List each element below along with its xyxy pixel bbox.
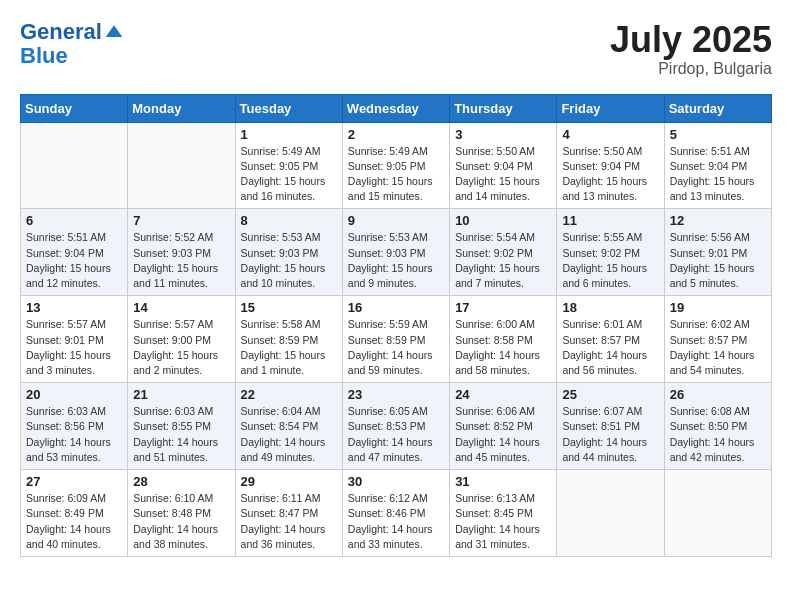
table-row: 10Sunrise: 5:54 AMSunset: 9:02 PMDayligh…	[450, 209, 557, 296]
table-row: 12Sunrise: 5:56 AMSunset: 9:01 PMDayligh…	[664, 209, 771, 296]
col-tuesday: Tuesday	[235, 94, 342, 122]
logo-text-blue: Blue	[20, 44, 124, 68]
logo-icon	[104, 22, 124, 42]
table-row: 22Sunrise: 6:04 AMSunset: 8:54 PMDayligh…	[235, 383, 342, 470]
table-row: 31Sunrise: 6:13 AMSunset: 8:45 PMDayligh…	[450, 470, 557, 557]
table-row	[664, 470, 771, 557]
day-number: 11	[562, 213, 658, 228]
table-row: 17Sunrise: 6:00 AMSunset: 8:58 PMDayligh…	[450, 296, 557, 383]
day-number: 26	[670, 387, 766, 402]
table-row	[21, 122, 128, 209]
day-info: Sunrise: 5:51 AMSunset: 9:04 PMDaylight:…	[26, 230, 122, 291]
day-info: Sunrise: 5:55 AMSunset: 9:02 PMDaylight:…	[562, 230, 658, 291]
title-block: July 2025 Pirdop, Bulgaria	[610, 20, 772, 78]
day-info: Sunrise: 6:01 AMSunset: 8:57 PMDaylight:…	[562, 317, 658, 378]
day-number: 8	[241, 213, 337, 228]
day-info: Sunrise: 5:50 AMSunset: 9:04 PMDaylight:…	[455, 144, 551, 205]
day-number: 30	[348, 474, 444, 489]
day-info: Sunrise: 6:03 AMSunset: 8:56 PMDaylight:…	[26, 404, 122, 465]
day-info: Sunrise: 5:57 AMSunset: 9:01 PMDaylight:…	[26, 317, 122, 378]
day-info: Sunrise: 5:53 AMSunset: 9:03 PMDaylight:…	[348, 230, 444, 291]
day-number: 18	[562, 300, 658, 315]
table-row: 28Sunrise: 6:10 AMSunset: 8:48 PMDayligh…	[128, 470, 235, 557]
day-info: Sunrise: 6:13 AMSunset: 8:45 PMDaylight:…	[455, 491, 551, 552]
col-thursday: Thursday	[450, 94, 557, 122]
col-sunday: Sunday	[21, 94, 128, 122]
day-number: 7	[133, 213, 229, 228]
table-row: 5Sunrise: 5:51 AMSunset: 9:04 PMDaylight…	[664, 122, 771, 209]
day-number: 17	[455, 300, 551, 315]
day-info: Sunrise: 6:09 AMSunset: 8:49 PMDaylight:…	[26, 491, 122, 552]
day-number: 16	[348, 300, 444, 315]
day-info: Sunrise: 6:03 AMSunset: 8:55 PMDaylight:…	[133, 404, 229, 465]
day-info: Sunrise: 6:11 AMSunset: 8:47 PMDaylight:…	[241, 491, 337, 552]
day-number: 12	[670, 213, 766, 228]
logo: General Blue	[20, 20, 124, 68]
day-info: Sunrise: 5:50 AMSunset: 9:04 PMDaylight:…	[562, 144, 658, 205]
day-info: Sunrise: 5:52 AMSunset: 9:03 PMDaylight:…	[133, 230, 229, 291]
day-info: Sunrise: 5:49 AMSunset: 9:05 PMDaylight:…	[348, 144, 444, 205]
day-info: Sunrise: 5:51 AMSunset: 9:04 PMDaylight:…	[670, 144, 766, 205]
table-row: 29Sunrise: 6:11 AMSunset: 8:47 PMDayligh…	[235, 470, 342, 557]
day-number: 4	[562, 127, 658, 142]
table-row: 25Sunrise: 6:07 AMSunset: 8:51 PMDayligh…	[557, 383, 664, 470]
table-row: 26Sunrise: 6:08 AMSunset: 8:50 PMDayligh…	[664, 383, 771, 470]
calendar-week-row: 20Sunrise: 6:03 AMSunset: 8:56 PMDayligh…	[21, 383, 772, 470]
day-info: Sunrise: 6:12 AMSunset: 8:46 PMDaylight:…	[348, 491, 444, 552]
day-number: 2	[348, 127, 444, 142]
day-info: Sunrise: 6:07 AMSunset: 8:51 PMDaylight:…	[562, 404, 658, 465]
day-info: Sunrise: 5:53 AMSunset: 9:03 PMDaylight:…	[241, 230, 337, 291]
day-info: Sunrise: 5:49 AMSunset: 9:05 PMDaylight:…	[241, 144, 337, 205]
day-info: Sunrise: 5:57 AMSunset: 9:00 PMDaylight:…	[133, 317, 229, 378]
calendar-week-row: 6Sunrise: 5:51 AMSunset: 9:04 PMDaylight…	[21, 209, 772, 296]
day-number: 27	[26, 474, 122, 489]
day-info: Sunrise: 6:05 AMSunset: 8:53 PMDaylight:…	[348, 404, 444, 465]
day-number: 20	[26, 387, 122, 402]
location: Pirdop, Bulgaria	[610, 60, 772, 78]
table-row: 30Sunrise: 6:12 AMSunset: 8:46 PMDayligh…	[342, 470, 449, 557]
table-row: 6Sunrise: 5:51 AMSunset: 9:04 PMDaylight…	[21, 209, 128, 296]
day-number: 15	[241, 300, 337, 315]
calendar-week-row: 13Sunrise: 5:57 AMSunset: 9:01 PMDayligh…	[21, 296, 772, 383]
table-row: 2Sunrise: 5:49 AMSunset: 9:05 PMDaylight…	[342, 122, 449, 209]
day-info: Sunrise: 6:08 AMSunset: 8:50 PMDaylight:…	[670, 404, 766, 465]
day-number: 13	[26, 300, 122, 315]
table-row: 14Sunrise: 5:57 AMSunset: 9:00 PMDayligh…	[128, 296, 235, 383]
day-info: Sunrise: 5:54 AMSunset: 9:02 PMDaylight:…	[455, 230, 551, 291]
table-row: 19Sunrise: 6:02 AMSunset: 8:57 PMDayligh…	[664, 296, 771, 383]
table-row: 11Sunrise: 5:55 AMSunset: 9:02 PMDayligh…	[557, 209, 664, 296]
day-info: Sunrise: 5:56 AMSunset: 9:01 PMDaylight:…	[670, 230, 766, 291]
logo-text: General	[20, 20, 102, 44]
day-number: 21	[133, 387, 229, 402]
table-row: 1Sunrise: 5:49 AMSunset: 9:05 PMDaylight…	[235, 122, 342, 209]
table-row	[128, 122, 235, 209]
table-row: 20Sunrise: 6:03 AMSunset: 8:56 PMDayligh…	[21, 383, 128, 470]
table-row: 24Sunrise: 6:06 AMSunset: 8:52 PMDayligh…	[450, 383, 557, 470]
day-number: 28	[133, 474, 229, 489]
table-row: 15Sunrise: 5:58 AMSunset: 8:59 PMDayligh…	[235, 296, 342, 383]
table-row: 23Sunrise: 6:05 AMSunset: 8:53 PMDayligh…	[342, 383, 449, 470]
page-header: General Blue July 2025 Pirdop, Bulgaria	[20, 20, 772, 78]
day-info: Sunrise: 5:58 AMSunset: 8:59 PMDaylight:…	[241, 317, 337, 378]
table-row: 8Sunrise: 5:53 AMSunset: 9:03 PMDaylight…	[235, 209, 342, 296]
calendar-header-row: Sunday Monday Tuesday Wednesday Thursday…	[21, 94, 772, 122]
day-number: 14	[133, 300, 229, 315]
table-row: 3Sunrise: 5:50 AMSunset: 9:04 PMDaylight…	[450, 122, 557, 209]
day-info: Sunrise: 6:06 AMSunset: 8:52 PMDaylight:…	[455, 404, 551, 465]
col-friday: Friday	[557, 94, 664, 122]
day-info: Sunrise: 6:02 AMSunset: 8:57 PMDaylight:…	[670, 317, 766, 378]
day-number: 9	[348, 213, 444, 228]
day-number: 24	[455, 387, 551, 402]
day-number: 19	[670, 300, 766, 315]
table-row: 7Sunrise: 5:52 AMSunset: 9:03 PMDaylight…	[128, 209, 235, 296]
table-row: 16Sunrise: 5:59 AMSunset: 8:59 PMDayligh…	[342, 296, 449, 383]
table-row: 27Sunrise: 6:09 AMSunset: 8:49 PMDayligh…	[21, 470, 128, 557]
calendar-week-row: 1Sunrise: 5:49 AMSunset: 9:05 PMDaylight…	[21, 122, 772, 209]
day-number: 22	[241, 387, 337, 402]
day-number: 25	[562, 387, 658, 402]
col-wednesday: Wednesday	[342, 94, 449, 122]
month-year: July 2025	[610, 20, 772, 60]
table-row: 18Sunrise: 6:01 AMSunset: 8:57 PMDayligh…	[557, 296, 664, 383]
table-row: 9Sunrise: 5:53 AMSunset: 9:03 PMDaylight…	[342, 209, 449, 296]
col-monday: Monday	[128, 94, 235, 122]
